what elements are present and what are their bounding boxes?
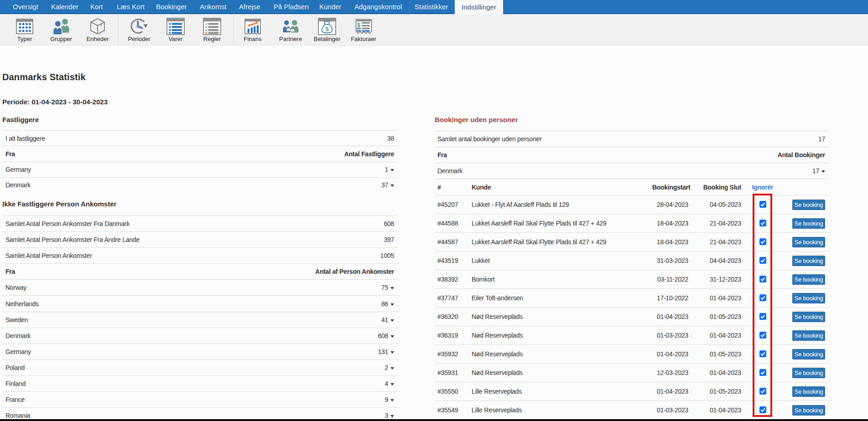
svg-text:$: $ bbox=[357, 21, 360, 28]
svg-text:$: $ bbox=[325, 26, 329, 32]
